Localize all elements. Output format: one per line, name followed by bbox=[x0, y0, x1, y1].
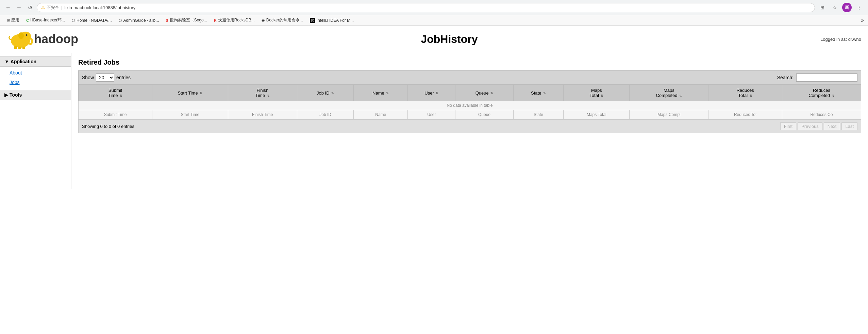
th-reduces-total[interactable]: ReducesTotal ⇅ bbox=[708, 85, 782, 101]
forward-button[interactable]: → bbox=[15, 3, 23, 12]
sort-icon-name: ⇅ bbox=[386, 91, 389, 95]
bookmark-apps[interactable]: ⊞ 应用 bbox=[4, 17, 22, 24]
sort-icon-user: ⇅ bbox=[436, 91, 438, 95]
footer-th-state: State bbox=[513, 110, 564, 119]
bookmark-adminguide-label: AdminGuide · alib... bbox=[123, 18, 159, 23]
menu-button[interactable]: ⋮ bbox=[854, 3, 864, 12]
docker-icon: ◉ bbox=[262, 18, 265, 22]
svg-point-3 bbox=[26, 34, 28, 36]
sidebar-item-jobs[interactable]: Jobs bbox=[0, 78, 71, 87]
th-name[interactable]: Name ⇅ bbox=[354, 85, 408, 101]
svg-point-4 bbox=[27, 35, 27, 35]
jobs-link[interactable]: Jobs bbox=[0, 78, 71, 86]
search-input[interactable] bbox=[796, 73, 857, 82]
footer-th-job-id: Job ID bbox=[297, 110, 353, 119]
sidebar-tools-header[interactable]: ▶ Tools bbox=[0, 90, 71, 100]
about-link[interactable]: About bbox=[0, 69, 71, 77]
browser-chrome: ← → ↺ ⚠ 不安全 | lixin-macbook.local:19888/… bbox=[0, 0, 868, 26]
translate-button[interactable]: ⊞ bbox=[818, 3, 827, 12]
th-maps-total[interactable]: MapsTotal ⇅ bbox=[564, 85, 630, 101]
no-data-message: No data available in table bbox=[79, 101, 861, 110]
sort-icon-job-id: ⇅ bbox=[331, 91, 334, 95]
th-start-time[interactable]: Start Time ⇅ bbox=[152, 85, 228, 101]
th-job-id[interactable]: Job ID ⇅ bbox=[297, 85, 353, 101]
no-data-row: No data available in table bbox=[79, 101, 861, 110]
svg-rect-6 bbox=[18, 47, 21, 49]
showing-text: Showing 0 to 0 of 0 entries bbox=[82, 124, 134, 129]
footer-th-maps-total: Maps Total bbox=[564, 110, 630, 119]
bookmark-home[interactable]: ◎ Home · NGDATA/... bbox=[69, 17, 115, 23]
footer-th-submit-time: Submit Time bbox=[79, 110, 152, 119]
section-title: Retired Jobs bbox=[78, 59, 861, 66]
tools-arrow-icon: ▶ bbox=[4, 92, 8, 98]
th-finish-time[interactable]: FinishTime ⇅ bbox=[228, 85, 297, 101]
logged-in-text: Logged in as: dr.who bbox=[820, 37, 861, 42]
bookmark-rocksdb[interactable]: R 欢迎使用RocksDB... bbox=[211, 17, 257, 24]
sort-icon-reduces-total: ⇅ bbox=[750, 94, 752, 98]
intellij-icon: 简 bbox=[310, 18, 315, 23]
address-bar[interactable]: ⚠ 不安全 | lixin-macbook.local:19888/jobhis… bbox=[37, 3, 815, 12]
sidebar: ▼ Application About Jobs ▶ Tools bbox=[0, 53, 71, 189]
search-label: Search: bbox=[777, 75, 794, 80]
bookmark-docker[interactable]: ◉ Docker的常用命令... bbox=[259, 17, 306, 24]
bookmark-rocksdb-label: 欢迎使用RocksDB... bbox=[218, 17, 255, 23]
pagination-buttons: First Previous Next Last bbox=[780, 122, 857, 130]
sort-icon-reduces-completed: ⇅ bbox=[832, 94, 835, 98]
bookmarks-bar: ⊞ 应用 C HBase-Indexer环... ◎ Home · NGDATA… bbox=[0, 15, 868, 25]
table-body: No data available in table Submit Time S… bbox=[79, 101, 861, 119]
bookmark-adminguide[interactable]: ◎ AdminGuide · alib... bbox=[116, 17, 162, 23]
profile-button[interactable]: 新 bbox=[842, 3, 852, 12]
svg-rect-5 bbox=[14, 46, 17, 49]
entries-select[interactable]: 20 10 25 50 100 bbox=[96, 73, 114, 82]
back-button[interactable]: ← bbox=[4, 3, 12, 12]
sort-icon-start-time: ⇅ bbox=[200, 91, 202, 95]
table-header: SubmitTime ⇅ Start Time ⇅ FinishTime ⇅ bbox=[79, 85, 861, 101]
footer-th-maps-compl: Maps Compl bbox=[630, 110, 708, 119]
table-controls-top: Show 20 10 25 50 100 entries Search: bbox=[78, 70, 861, 85]
footer-th-finish-time: Finish Time bbox=[228, 110, 297, 119]
bookmark-intellij[interactable]: 简 IntelliJ IDEA For M... bbox=[307, 17, 356, 24]
browser-toolbar: ← → ↺ ⚠ 不安全 | lixin-macbook.local:19888/… bbox=[0, 0, 868, 15]
hadoop-elephant-svg bbox=[7, 29, 34, 49]
footer-th-start-time: Start Time bbox=[152, 110, 228, 119]
tools-label: Tools bbox=[10, 92, 22, 98]
data-table: SubmitTime ⇅ Start Time ⇅ FinishTime ⇅ bbox=[78, 85, 861, 119]
th-user[interactable]: User ⇅ bbox=[408, 85, 455, 101]
th-reduces-completed[interactable]: ReducesCompleted ⇅ bbox=[782, 85, 861, 101]
bookmarks-more-icon[interactable]: » bbox=[861, 17, 864, 23]
sidebar-item-about[interactable]: About bbox=[0, 68, 71, 78]
th-maps-completed[interactable]: MapsCompleted ⇅ bbox=[630, 85, 708, 101]
apps-icon: ⊞ bbox=[7, 18, 10, 22]
th-submit-time[interactable]: SubmitTime ⇅ bbox=[79, 85, 152, 101]
bookmark-home-label: Home · NGDATA/... bbox=[77, 18, 112, 23]
sort-icon-maps-completed: ⇅ bbox=[679, 94, 682, 98]
table-footer: Showing 0 to 0 of 0 entries First Previo… bbox=[78, 119, 861, 133]
main-layout: ▼ Application About Jobs ▶ Tools Retired… bbox=[0, 53, 868, 189]
hadoop-logo: hadoop bbox=[7, 29, 78, 49]
first-page-button[interactable]: First bbox=[780, 122, 796, 130]
footer-th-user: User bbox=[408, 110, 455, 119]
last-page-button[interactable]: Last bbox=[841, 122, 857, 130]
hbase-icon: C bbox=[26, 18, 29, 22]
th-state[interactable]: State ⇅ bbox=[513, 85, 564, 101]
adminguide-icon: ◎ bbox=[119, 18, 122, 22]
bookmark-intellij-label: IntelliJ IDEA For M... bbox=[317, 18, 354, 23]
th-queue[interactable]: Queue ⇅ bbox=[455, 85, 513, 101]
main-content: Retired Jobs Show 20 10 25 50 100 entrie… bbox=[71, 53, 868, 189]
page-title: JobHistory bbox=[78, 33, 820, 46]
bookmark-sogo[interactable]: S 搜狗实验室（Sogo... bbox=[163, 17, 210, 24]
sort-icon-submit-time: ⇅ bbox=[120, 94, 122, 98]
bookmark-hbase-label: HBase-Indexer环... bbox=[30, 17, 65, 23]
application-arrow-icon: ▼ bbox=[4, 59, 9, 64]
toolbar-icons: ⊞ ☆ 新 ⋮ bbox=[818, 3, 864, 12]
next-page-button[interactable]: Next bbox=[824, 122, 840, 130]
sort-icon-queue: ⇅ bbox=[490, 91, 493, 95]
bookmark-hbase[interactable]: C HBase-Indexer环... bbox=[23, 17, 68, 24]
show-label: Show bbox=[82, 75, 94, 80]
bookmark-button[interactable]: ☆ bbox=[830, 3, 839, 12]
previous-page-button[interactable]: Previous bbox=[798, 122, 822, 130]
reload-button[interactable]: ↺ bbox=[26, 3, 34, 12]
sidebar-application-header[interactable]: ▼ Application bbox=[0, 56, 71, 67]
application-label: Application bbox=[11, 59, 36, 64]
sort-icon-finish-time: ⇅ bbox=[267, 94, 270, 98]
